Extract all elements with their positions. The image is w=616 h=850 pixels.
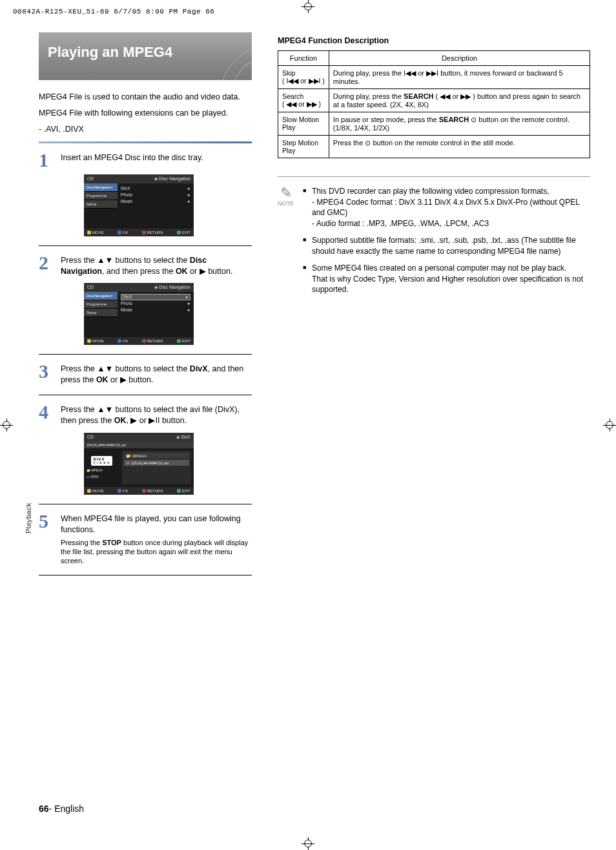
step-number: 5 [39,513,56,566]
step-4: 4 Press the ▲▼ buttons to select the avi… [39,404,252,426]
osd-side-item: Programme [84,300,118,309]
crop-mark-bottom [302,837,314,850]
th-function: Function [278,51,329,66]
note-block: ✎NOTE This DVD recorder can play the fol… [278,176,590,302]
function-table: FunctionDescription Skip( I◀◀ or ▶▶I ) D… [278,50,590,158]
osd-item: Photo [121,192,132,198]
section-tab: Playback [25,503,32,534]
step-text: Press the ▲▼ buttons to select the DivX,… [61,364,252,386]
crop-mark-left [0,419,13,431]
step-2: 2 Press the ▲▼ buttons to select the Dis… [39,255,252,277]
table-row: Slow MotionPlay In pause or step mode, p… [278,112,590,136]
table-row: Step MotionPlay Press the ⊙ button on th… [278,136,590,158]
osd-filename-bar: [DivX].###.####.01.avi [84,442,194,448]
step-text: Press the ▲▼ buttons to select the avi f… [61,404,252,426]
osd-side-item: DiscNavigation [84,292,118,300]
print-header: 00842A-R125-XEU_51-69 6/7/05 8:00 PM Pag… [13,8,214,16]
step-number: 4 [39,404,56,426]
osd-side-item: DiscNavigation [84,183,118,192]
left-column: Playing an MPEG4 MPEG4 File is used to c… [39,32,252,585]
osd-side-item: Setup [84,309,118,317]
osd-meta: MPEG4 [91,468,103,472]
osd-hint: OK [123,339,128,343]
osd-hint: RETURN [147,489,163,493]
intro-line: MPEG4 File with following extensions can… [39,108,252,119]
divider [39,245,252,246]
step-3: 3 Press the ▲▼ buttons to select the Div… [39,364,252,386]
divider-gradient [39,141,252,143]
th-description: Description [329,51,590,66]
osd-hint: MOVE [92,339,104,343]
osd-file-row: ▭ [DivX].##.####.01.avi [124,460,189,466]
page-title: Playing an MPEG4 [39,32,252,80]
table-row: Skip( I◀◀ or ▶▶I ) During play, press th… [278,66,590,89]
osd-meta: 00/01 [90,475,99,479]
osd-item: DivX [121,186,130,191]
note-item: This DVD recorder can play the following… [303,186,590,229]
osd-hint: EXIT [182,339,190,343]
osd-item: DivX [123,295,132,300]
table-row: Search( ◀◀ or ▶▶ ) During play, press th… [278,89,590,112]
osd-screenshot-1: CD◈ Disc Navigation DiscNavigation Progr… [84,174,194,236]
step-1: 1 Insert an MPEG4 Disc into the disc tra… [39,152,252,168]
osd-side-item: Setup [84,200,118,209]
osd-hint: OK [123,231,128,234]
osd-hint: OK [123,489,128,493]
osd-item: Music [121,307,132,313]
osd-screenshot-2: CD◈ Disc Navigation DiscNavigation Progr… [84,283,194,345]
osd-context: DivX [181,435,190,439]
step-text: Insert an MPEG4 Disc into the disc tray. [61,152,203,168]
osd-screenshot-3: CD◈ DivX [DivX].###.####.01.avi DIVXV I … [84,433,194,495]
right-heading: MPEG4 Function Description [278,36,590,45]
note-item: Some MPEG4 files created on a personal c… [303,263,590,295]
osd-title: CD [87,285,94,290]
page-number: 66 [39,803,49,814]
divider [39,395,252,395]
osd-title: CD [87,435,94,440]
divx-logo: DIVXV I D E O [91,456,113,466]
osd-context: Disc Navigation [159,176,190,181]
page-footer: 66- English [39,803,84,814]
step-number: 3 [39,364,56,386]
page-language: - English [49,803,84,814]
step-number: 1 [39,152,56,168]
osd-hint: RETURN [147,339,163,343]
step-5: 5 When MPEG4 file is played, you can use… [39,513,252,566]
osd-item: Music [121,199,132,204]
note-icon: ✎NOTE [278,186,294,302]
right-column: MPEG4 Function Description FunctionDescr… [278,32,590,585]
note-item: Supported subtitle file formats: .smi, .… [303,235,590,256]
intro-line: - .AVI, .DIVX [39,124,252,135]
osd-folder-row: 📁 MPEG4 [124,453,189,459]
osd-context: Disc Navigation [159,285,190,289]
osd-item: Photo [121,301,132,306]
crop-mark-top [302,0,314,13]
step-number: 2 [39,255,56,277]
osd-hint: MOVE [92,489,104,493]
crop-mark-right [603,419,616,431]
osd-hint: RETURN [147,231,163,234]
osd-title: CD [87,176,94,181]
intro-line: MPEG4 File is used to contain the audio … [39,92,252,103]
osd-hint: MOVE [92,231,104,234]
osd-hint: EXIT [182,489,190,493]
step-text: When MPEG4 file is played, you can use f… [61,513,252,566]
step-text: Press the ▲▼ buttons to select the Disc … [61,255,252,277]
divider [39,575,252,575]
divider [39,354,252,355]
osd-side-item: Programme [84,192,118,200]
divider [39,504,252,504]
osd-hint: EXIT [182,231,190,234]
